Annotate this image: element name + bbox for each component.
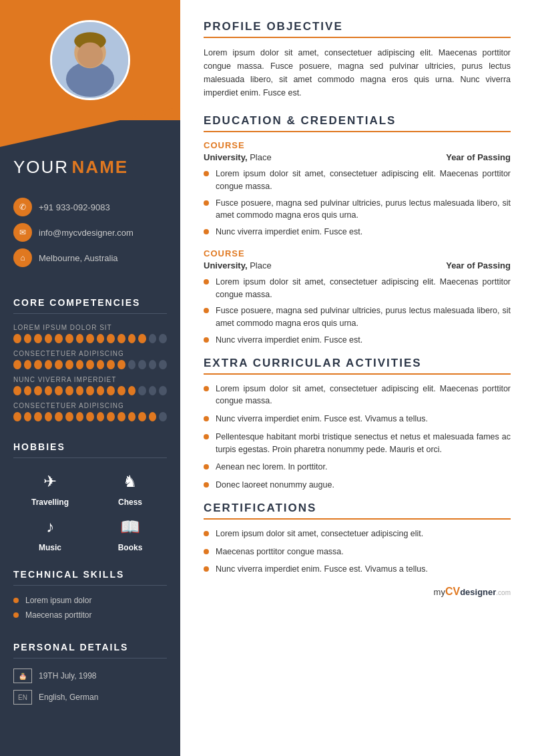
hobby-item: 📖Books bbox=[93, 514, 167, 552]
dot bbox=[138, 412, 146, 421]
competency-block: LOREM IPSUM DOLOR SITCONSECTETUER ADIPIS… bbox=[0, 321, 180, 431]
dot bbox=[128, 386, 136, 395]
hobby-label: Travelling bbox=[31, 498, 69, 507]
cert-bullet-item: Nunc viverra imperdiet enim. Fusce est. … bbox=[204, 563, 511, 576]
cert-divider bbox=[204, 518, 511, 520]
personal-item: 🎂19TH July, 1998 bbox=[13, 669, 167, 683]
name-your: YOUR bbox=[13, 157, 69, 177]
sidebar: YOUR NAME ✆ +91 933-092-9083 ✉ info@mycv… bbox=[0, 0, 180, 756]
contact-phone: ✆ +91 933-092-9083 bbox=[13, 198, 167, 216]
dot bbox=[138, 360, 146, 369]
hobby-item: ✈Travelling bbox=[13, 468, 87, 507]
course-label: COURSE bbox=[204, 140, 511, 150]
skill-text: Lorem ipsum dolor bbox=[25, 596, 91, 605]
edu-bullets: Lorem ipsum dolor sit amet, consectetuer… bbox=[204, 276, 511, 347]
cert-bullet-item: Lorem ipsum dolor sit amet, consectetuer… bbox=[204, 528, 511, 540]
skills-block: Lorem ipsum dolorMaecenas porttitor bbox=[0, 592, 180, 632]
dot bbox=[86, 360, 94, 369]
dot bbox=[24, 412, 32, 421]
personal-icon: EN bbox=[13, 690, 32, 705]
dot bbox=[149, 334, 157, 343]
edu-bullet-item: Lorem ipsum dolor sit amet, consectetuer… bbox=[204, 168, 511, 193]
competency-dots bbox=[13, 412, 167, 421]
dot bbox=[34, 360, 42, 369]
extra-bullet-item: Pellentesque habitant morbi tristique se… bbox=[204, 431, 511, 456]
dot bbox=[45, 360, 53, 369]
hobby-music-icon: ♪ bbox=[37, 514, 63, 540]
dot bbox=[55, 412, 63, 421]
education-divider bbox=[204, 131, 511, 132]
name-name: NAME bbox=[72, 157, 129, 177]
phone-icon: ✆ bbox=[13, 198, 32, 216]
dot bbox=[76, 412, 84, 421]
dot bbox=[13, 334, 21, 343]
avatar bbox=[50, 20, 130, 100]
dot bbox=[149, 386, 157, 395]
brand-footer: myCVdesigner.com bbox=[204, 586, 511, 598]
extra-divider bbox=[204, 373, 511, 375]
dot bbox=[107, 412, 115, 421]
sidebar-top bbox=[0, 0, 180, 120]
year-of-passing: Year of Passing bbox=[446, 152, 511, 162]
divider bbox=[13, 585, 167, 586]
dot bbox=[13, 360, 21, 369]
hobbies-grid: ✈Travelling♞Chess♪Music📖Books bbox=[0, 465, 180, 559]
personal-block: 🎂19TH July, 1998ENEnglish, German bbox=[0, 665, 180, 721]
edu-bullet-item: Fusce posuere, magna sed pulvinar ultric… bbox=[204, 197, 511, 222]
hobbies-title: HOBBIES bbox=[0, 435, 180, 457]
profile-title: PROFILE OBJECTIVE bbox=[204, 20, 511, 33]
profile-divider bbox=[204, 37, 511, 38]
dot bbox=[55, 334, 63, 343]
hobby-chess-icon: ♞ bbox=[117, 468, 144, 495]
divider bbox=[13, 313, 167, 314]
university-row: University, PlaceYear of Passing bbox=[204, 152, 511, 162]
hobby-books-icon: 📖 bbox=[117, 514, 144, 540]
dot bbox=[117, 386, 125, 395]
education-title: EDUCATION & CREDENTIALS bbox=[204, 114, 511, 128]
brand-cv: CV bbox=[445, 586, 460, 597]
dot bbox=[34, 334, 42, 343]
dot bbox=[149, 360, 157, 369]
dot bbox=[86, 334, 94, 343]
extra-bullet-item: Donec laoreet nonummy augue. bbox=[204, 479, 511, 492]
dot bbox=[159, 360, 167, 369]
extra-bullets: Lorem ipsum dolor sit amet, consectetuer… bbox=[204, 383, 511, 492]
dot bbox=[76, 334, 84, 343]
dot bbox=[117, 360, 125, 369]
competency-item: CONSECTETUER ADIPISCING bbox=[13, 402, 167, 421]
dot bbox=[117, 334, 125, 343]
course-block: COURSEUniversity, PlaceYear of PassingLo… bbox=[204, 248, 511, 347]
dot bbox=[65, 386, 73, 395]
competency-dots bbox=[13, 334, 167, 343]
dot bbox=[86, 412, 94, 421]
dot bbox=[97, 412, 105, 421]
extra-title: EXTRA CURRICULAR ACTIVITIES bbox=[204, 357, 511, 370]
dot bbox=[128, 412, 136, 421]
skills-title: TECHNICAL SKILLS bbox=[0, 562, 180, 585]
edu-bullets: Lorem ipsum dolor sit amet, consectetuer… bbox=[204, 168, 511, 238]
dot bbox=[128, 334, 136, 343]
dot bbox=[159, 334, 167, 343]
dot bbox=[97, 360, 105, 369]
edu-bullet-item: Lorem ipsum dolor sit amet, consectetuer… bbox=[204, 276, 511, 301]
course-label: COURSE bbox=[204, 248, 511, 258]
edu-bullet-item: Fusce posuere, magna sed pulvinar ultric… bbox=[204, 305, 511, 330]
university-place: Place bbox=[250, 152, 272, 162]
dot bbox=[86, 386, 94, 395]
email-icon: ✉ bbox=[13, 223, 32, 242]
course-block: COURSEUniversity, PlaceYear of PassingLo… bbox=[204, 140, 511, 238]
cert-bullets: Lorem ipsum dolor sit amet, consectetuer… bbox=[204, 528, 511, 576]
contact-block: ✆ +91 933-092-9083 ✉ info@mycvdesigner.c… bbox=[0, 191, 180, 287]
skill-bullet bbox=[13, 612, 19, 618]
dot bbox=[128, 360, 136, 369]
edu-bullet-item: Nunc viverra imperdiet enim. Fusce est. bbox=[204, 226, 511, 238]
extra-bullet-item: Nunc viverra imperdiet enim. Fusce est. … bbox=[204, 413, 511, 425]
home-icon: ⌂ bbox=[13, 248, 32, 267]
skill-item: Maecenas porttitor bbox=[13, 610, 167, 620]
dot bbox=[34, 386, 42, 395]
brand-com: .com bbox=[496, 589, 511, 596]
brand-my: my bbox=[434, 587, 445, 597]
university-place: Place bbox=[250, 260, 272, 270]
dot bbox=[117, 412, 125, 421]
personal-title: PERSONAL DETAILS bbox=[0, 635, 180, 658]
